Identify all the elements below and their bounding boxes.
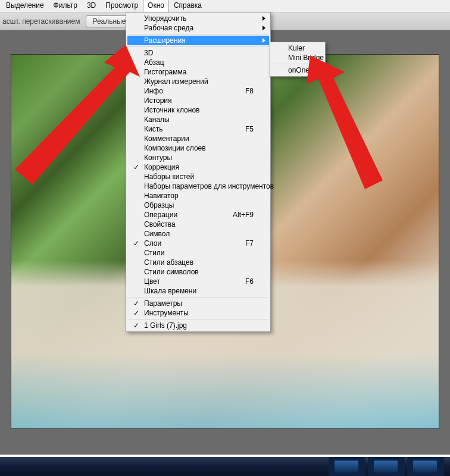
menu-shortcut: F8 (245, 87, 254, 95)
menu-item-label: Операции (144, 211, 177, 219)
menu-item-label: Коррекция (144, 163, 179, 171)
menu-item-label: Наборы параметров для инструментов (144, 182, 274, 190)
windows-taskbar (0, 457, 450, 476)
menu-window[interactable]: Окно (143, 0, 169, 12)
window-menu-item[interactable]: Образцы (127, 201, 269, 210)
drag-scale-label: асшт. перетаскиванием (1, 17, 83, 26)
window-menu-item[interactable]: Наборы кистей (127, 172, 269, 181)
menu-item-label: Слои (144, 239, 161, 248)
menu-item-label: Наборы кистей (144, 173, 194, 181)
window-menu-item[interactable]: Источник клонов (127, 105, 269, 115)
window-menu-separator (128, 46, 268, 47)
menu-item-label: История (144, 96, 172, 105)
menu-item-label: Kuler (288, 44, 305, 52)
menu-item-label: Инструменты (144, 309, 189, 317)
menu-item-label: Стили символов (144, 268, 199, 276)
menu-item-label: Контуры (144, 154, 172, 162)
ext-menu-item[interactable]: Mini Bridge (271, 53, 324, 62)
menu-shortcut: F5 (245, 125, 254, 133)
window-menu-item[interactable]: Журнал измерений (127, 77, 269, 86)
window-menu-item[interactable]: Комментарии (127, 134, 269, 143)
window-menu-item[interactable]: Коррекция✓ (127, 162, 269, 172)
check-icon: ✓ (133, 163, 139, 171)
window-menu-item[interactable]: 1 Girls (7).jpg✓ (127, 321, 269, 330)
menu-item-label: Композиции слоев (144, 144, 206, 152)
window-menu-item[interactable]: ЦветF6 (127, 277, 269, 286)
menu-item-label: Шкала времени (144, 287, 196, 295)
window-menu-item[interactable]: Стили (127, 248, 269, 258)
task-item[interactable] (407, 457, 444, 476)
menu-shortcut: F7 (245, 239, 254, 248)
menu-item-label: Рабочая среда (144, 24, 193, 32)
menu-item-label: Упорядочить (144, 14, 186, 23)
window-menu-separator (128, 297, 268, 298)
window-menu-separator (128, 319, 268, 320)
ext-menu-separator (272, 64, 323, 64)
menu-item-label: Стили (144, 249, 165, 257)
window-menu-item[interactable]: Символ (127, 229, 269, 239)
window-menu-item[interactable]: Навигатор (127, 191, 269, 201)
window-menu-item[interactable]: ИнфоF8 (127, 86, 269, 96)
extensions-submenu: KulerMini BridgeonOne (270, 42, 326, 77)
window-menu-dropdown: УпорядочитьРабочая средаРасширения3DАбза… (126, 12, 271, 332)
window-menu-item[interactable]: Стили символов (127, 267, 269, 277)
menu-shortcut: Alt+F9 (233, 211, 254, 219)
menu-item-label: Комментарии (144, 134, 189, 143)
task-item[interactable] (368, 457, 405, 476)
window-menu-item[interactable]: Слои✓F7 (127, 239, 269, 248)
menu-item-label: Кисть (144, 125, 162, 133)
ext-menu-item[interactable]: onOne (271, 65, 324, 75)
menu-view[interactable]: Просмотр (101, 0, 143, 12)
window-menu-item[interactable]: Расширения (127, 36, 269, 45)
window-menu-item[interactable]: Стили абзацев (127, 258, 269, 267)
menu-item-label: Навигатор (144, 192, 179, 200)
check-icon: ✓ (133, 239, 139, 248)
window-menu-item[interactable]: Абзац (127, 58, 269, 67)
window-menu-item[interactable]: Параметры✓ (127, 299, 269, 308)
ext-menu-item[interactable]: Kuler (271, 43, 324, 53)
menu-item-label: Абзац (144, 58, 164, 67)
menu-item-label: Источник клонов (144, 106, 199, 114)
window-menu-separator (128, 34, 268, 35)
menu-filter[interactable]: Фильтр (49, 0, 82, 12)
menu-item-label: 3D (144, 49, 153, 57)
check-icon: ✓ (133, 309, 139, 317)
menu-item-label: Инфо (144, 87, 163, 95)
menu-3d[interactable]: 3D (82, 0, 101, 12)
menu-item-label: Символ (144, 230, 170, 238)
menu-item-label: Mini Bridge (288, 54, 324, 62)
window-menu-item[interactable]: Гистограмма (127, 67, 269, 77)
menu-item-label: Образцы (144, 201, 174, 209)
menu-item-label: Журнал измерений (144, 77, 208, 86)
window-menu-item[interactable]: Упорядочить (127, 14, 269, 23)
window-menu-item[interactable]: История (127, 96, 269, 105)
window-menu-item[interactable]: ОперацииAlt+F9 (127, 210, 269, 220)
window-menu-item[interactable]: Инструменты✓ (127, 308, 269, 318)
menu-shortcut: F6 (245, 277, 254, 286)
menu-help[interactable]: Справка (169, 0, 207, 12)
window-menu-item[interactable]: 3D (127, 48, 269, 58)
window-menu-item[interactable]: КистьF5 (127, 124, 269, 134)
submenu-arrow-icon (262, 26, 265, 30)
menu-item-label: Стили абзацев (144, 258, 193, 267)
menu-item-label: Каналы (144, 115, 170, 124)
submenu-arrow-icon (262, 38, 265, 43)
menu-item-label: Гистограмма (144, 68, 186, 76)
window-menu-item[interactable]: Наборы параметров для инструментов (127, 181, 269, 191)
menu-item-label: onOne (288, 66, 310, 74)
menu-item-label: Расширения (144, 36, 186, 45)
menu-item-label: Цвет (144, 277, 160, 286)
window-menu-item[interactable]: Каналы (127, 115, 269, 124)
window-menu-item[interactable]: Композиции слоев (127, 143, 269, 153)
window-menu-item[interactable]: Свойства (127, 220, 269, 229)
window-menu-item[interactable]: Рабочая среда (127, 23, 269, 33)
menu-item-label: Свойства (144, 220, 176, 228)
menu-item-label: Параметры (144, 299, 182, 308)
task-item[interactable] (329, 457, 365, 476)
window-menu-item[interactable]: Контуры (127, 153, 269, 162)
window-menu-item[interactable]: Шкала времени (127, 286, 269, 296)
submenu-arrow-icon (262, 16, 265, 21)
check-icon: ✓ (133, 321, 139, 330)
menu-selection[interactable]: Выделение (1, 0, 49, 12)
check-icon: ✓ (133, 299, 139, 308)
